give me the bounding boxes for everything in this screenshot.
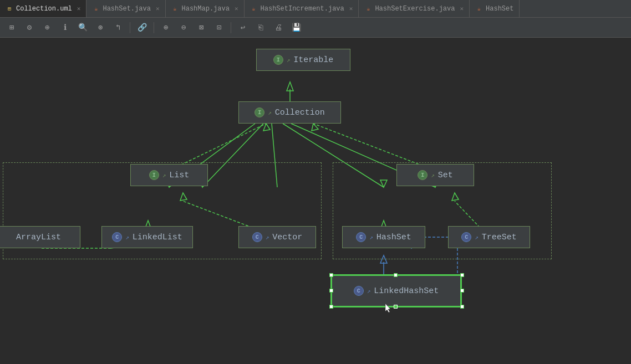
linkedlist-arrow-icon: ↗ bbox=[125, 234, 129, 241]
java-tab-icon-4: ☕ bbox=[364, 5, 372, 13]
treeset-label: TreeSet bbox=[482, 233, 517, 242]
java-tab-icon-3: ☕ bbox=[250, 5, 258, 13]
vector-arrow-icon: ↗ bbox=[266, 234, 269, 241]
toolbar-btn-settings[interactable]: ⚙ bbox=[22, 20, 37, 35]
set-icon: I bbox=[418, 170, 428, 180]
collection-icon: I bbox=[255, 107, 264, 117]
handle-mr[interactable] bbox=[460, 289, 464, 293]
node-iterable[interactable]: I ↗ Iterable bbox=[256, 49, 350, 71]
tab-label-hashset-increment: HashSetIncrement.java bbox=[261, 5, 344, 13]
svg-marker-29 bbox=[380, 180, 387, 187]
vector-icon: C bbox=[252, 232, 262, 242]
tab-close-collection[interactable]: ✕ bbox=[77, 5, 81, 12]
toolbar: ⊞ ⚙ ⊕ ℹ 🔍 ⊛ ↰ 🔗 ⊕ ⊖ ⊠ ⊡ ↩ ⎗ 🖨 💾 bbox=[0, 18, 631, 38]
linkedhashset-arrow-icon: ↗ bbox=[367, 288, 371, 295]
toolbar-btn-filter[interactable]: ⊛ bbox=[93, 20, 108, 35]
java-tab-icon-2: ☕ bbox=[171, 5, 179, 13]
tab-label-hashset-extra: HashSet bbox=[486, 5, 513, 13]
toolbar-btn-info[interactable]: ℹ bbox=[58, 20, 72, 35]
hashset-label: HashSet bbox=[376, 233, 411, 242]
node-linkedhashset[interactable]: C ↗ LinkedHashSet bbox=[331, 275, 461, 307]
tab-label-hashset-exercise: HashSetExercise.java bbox=[375, 5, 455, 13]
node-hashset[interactable]: C ↗ HashSet bbox=[342, 226, 425, 248]
toolbar-btn-print[interactable]: 🖨 bbox=[271, 20, 286, 35]
tab-bar: ⊞ Collection.uml ✕ ☕ HashSet.java ✕ ☕ Ha… bbox=[0, 0, 631, 18]
svg-line-25 bbox=[202, 124, 263, 187]
iterable-label: Iterable bbox=[293, 55, 333, 65]
toolbar-btn-search[interactable]: 🔍 bbox=[75, 20, 90, 35]
arrows-overlay bbox=[0, 38, 631, 364]
node-set[interactable]: I ↗ Set bbox=[396, 164, 474, 186]
treeset-arrow-icon: ↗ bbox=[475, 234, 479, 241]
svg-marker-22 bbox=[380, 255, 387, 263]
node-vector[interactable]: C ↗ Vector bbox=[238, 226, 316, 248]
java-tab-icon-5: ☕ bbox=[475, 5, 483, 13]
handle-tr[interactable] bbox=[460, 273, 464, 277]
toolbar-btn-zoom-actual[interactable]: ⊠ bbox=[194, 20, 208, 35]
node-list[interactable]: I ↗ List bbox=[130, 164, 208, 186]
tab-hashset-exercise[interactable]: ☕ HashSetExercise.java ✕ bbox=[359, 0, 470, 17]
toolbar-btn-multifile[interactable]: ⊞ bbox=[4, 20, 19, 35]
tab-close-hashmap[interactable]: ✕ bbox=[235, 5, 238, 12]
tab-label-hashmap: HashMap.java bbox=[182, 5, 230, 13]
vector-label: Vector bbox=[272, 233, 302, 242]
java-tab-icon-1: ☕ bbox=[92, 5, 100, 13]
node-collection[interactable]: I ↗ Collection bbox=[238, 101, 341, 124]
svg-line-28 bbox=[283, 124, 384, 187]
handle-ml[interactable] bbox=[329, 289, 333, 293]
toolbar-btn-undo[interactable]: ↩ bbox=[236, 20, 250, 35]
tab-hashset-java[interactable]: ☕ HashSet.java ✕ bbox=[86, 0, 165, 17]
handle-tl[interactable] bbox=[329, 273, 333, 277]
handle-bm[interactable] bbox=[394, 305, 398, 309]
collection-arrow-icon: ↗ bbox=[268, 109, 272, 116]
svg-marker-4 bbox=[263, 124, 270, 131]
handle-bl[interactable] bbox=[329, 305, 333, 309]
node-treeset[interactable]: C ↗ TreeSet bbox=[448, 226, 530, 248]
tab-hashmap-java[interactable]: ☕ HashMap.java ✕ bbox=[166, 0, 245, 17]
tab-close-hashset-exercise[interactable]: ✕ bbox=[460, 5, 464, 12]
linkedlist-label: LinkedList bbox=[133, 233, 182, 242]
tab-collection-uml[interactable]: ⊞ Collection.uml ✕ bbox=[0, 0, 86, 17]
iterable-icon: I bbox=[273, 55, 283, 65]
list-icon: I bbox=[149, 170, 159, 180]
collection-label: Collection bbox=[275, 108, 325, 117]
svg-marker-15 bbox=[180, 193, 187, 201]
toolbar-btn-link[interactable]: 🔗 bbox=[135, 20, 149, 35]
tab-label-hashset: HashSet.java bbox=[103, 5, 150, 13]
set-arrow-icon: ↗ bbox=[431, 172, 435, 179]
tab-hashset-extra[interactable]: ☕ HashSet bbox=[470, 0, 520, 17]
linkedhashset-icon: C bbox=[354, 286, 364, 296]
toolbar-separator-3 bbox=[231, 22, 231, 33]
handle-br[interactable] bbox=[460, 305, 464, 309]
list-label: List bbox=[169, 171, 189, 180]
toolbar-separator-2 bbox=[154, 22, 154, 33]
toolbar-separator-1 bbox=[130, 22, 130, 33]
toolbar-btn-zoom-out[interactable]: ⊖ bbox=[176, 20, 191, 35]
iterable-arrow-icon: ↗ bbox=[287, 57, 291, 64]
node-linkedlist[interactable]: C ↗ LinkedList bbox=[101, 226, 193, 248]
linkedhashset-label: LinkedHashSet bbox=[374, 286, 439, 296]
uml-tab-icon: ⊞ bbox=[6, 5, 13, 13]
tab-hashset-increment[interactable]: ☕ HashSetIncrement.java ✕ bbox=[245, 0, 359, 17]
toolbar-btn-module[interactable]: ⊕ bbox=[40, 20, 54, 35]
node-arraylist[interactable]: ArrayList bbox=[0, 226, 80, 248]
tab-close-hashset[interactable]: ✕ bbox=[156, 5, 160, 12]
hashset-arrow-icon: ↗ bbox=[369, 234, 373, 241]
toolbar-btn-zoom-in[interactable]: ⊕ bbox=[159, 20, 173, 35]
tab-close-hashset-increment[interactable]: ✕ bbox=[349, 5, 353, 12]
tab-label-collection: Collection.uml bbox=[16, 5, 72, 13]
svg-marker-7 bbox=[312, 124, 318, 131]
set-label: Set bbox=[438, 171, 453, 180]
list-arrow-icon: ↗ bbox=[162, 172, 166, 179]
svg-marker-20 bbox=[452, 193, 459, 201]
toolbar-btn-save[interactable]: 💾 bbox=[289, 20, 303, 35]
svg-line-27 bbox=[272, 124, 277, 187]
toolbar-btn-fit[interactable]: ⊡ bbox=[212, 20, 226, 35]
toolbar-btn-export[interactable]: ⎗ bbox=[253, 20, 268, 35]
arraylist-label: ArrayList bbox=[16, 233, 61, 242]
handle-tm[interactable] bbox=[394, 273, 398, 277]
hashset-icon: C bbox=[356, 232, 366, 242]
uml-canvas[interactable]: I ↗ Iterable I ↗ Collection I ↗ List I ↗… bbox=[0, 38, 631, 364]
toolbar-btn-layout[interactable]: ↰ bbox=[111, 20, 125, 35]
svg-marker-1 bbox=[287, 82, 293, 91]
